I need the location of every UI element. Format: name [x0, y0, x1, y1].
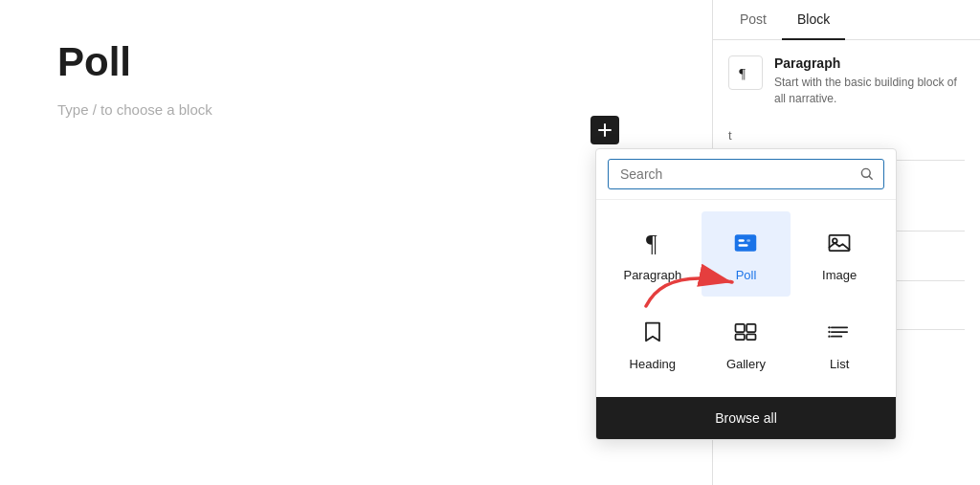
block-grid: ¶ Paragraph Poll: [596, 200, 896, 397]
svg-rect-8: [736, 324, 745, 332]
svg-rect-6: [830, 235, 850, 251]
image-block-icon: [822, 226, 857, 260]
block-item-paragraph-label: Paragraph: [623, 268, 681, 282]
search-input[interactable]: [608, 159, 884, 189]
block-item-poll[interactable]: Poll: [702, 211, 791, 297]
block-info-name: Paragraph: [774, 55, 965, 71]
block-item-gallery-label: Gallery: [726, 357, 766, 371]
paragraph-block-icon: ¶: [635, 226, 670, 260]
block-info-text: Paragraph Start with the basic building …: [774, 55, 965, 107]
gallery-block-icon: [728, 315, 763, 349]
svg-rect-2: [735, 234, 757, 252]
post-hint: Type / to choose a block: [57, 101, 775, 118]
block-item-list[interactable]: List: [794, 300, 884, 386]
poll-block-icon: [728, 226, 763, 260]
block-info-icon: ¶: [728, 55, 763, 90]
tab-block[interactable]: Block: [782, 0, 845, 40]
browse-all-button[interactable]: Browse all: [596, 397, 896, 439]
heading-block-icon: [635, 315, 670, 349]
block-picker-search-area: [596, 149, 896, 200]
block-info-section: ¶ Paragraph Start with the basic buildin…: [728, 55, 965, 107]
tab-post[interactable]: Post: [724, 0, 782, 40]
svg-rect-11: [747, 334, 756, 340]
add-block-button[interactable]: [590, 116, 619, 144]
block-info-description: Start with the basic building block of a…: [774, 75, 965, 107]
svg-text:¶: ¶: [646, 230, 657, 256]
block-item-gallery[interactable]: Gallery: [702, 300, 791, 386]
search-icon: [859, 166, 875, 182]
sidebar-tabs: Post Block: [713, 0, 980, 40]
post-title: Poll: [57, 38, 775, 86]
svg-point-0: [861, 168, 870, 177]
block-item-list-label: List: [830, 357, 849, 371]
svg-rect-3: [739, 239, 745, 242]
partial-item-t: t: [728, 122, 965, 148]
search-field-wrapper: [608, 159, 884, 189]
svg-rect-4: [739, 244, 748, 247]
block-item-paragraph[interactable]: ¶ Paragraph: [608, 211, 698, 297]
svg-text:¶: ¶: [739, 66, 746, 81]
svg-rect-10: [736, 334, 745, 340]
svg-rect-9: [747, 324, 756, 332]
block-item-heading[interactable]: Heading: [608, 300, 698, 386]
block-item-image-label: Image: [822, 268, 857, 282]
list-block-icon: [822, 315, 857, 349]
block-item-heading-label: Heading: [630, 357, 676, 371]
block-item-image[interactable]: Image: [794, 211, 884, 297]
svg-rect-5: [747, 239, 751, 242]
block-item-poll-label: Poll: [736, 268, 757, 282]
block-picker-popup: ¶ Paragraph Poll: [595, 148, 897, 440]
